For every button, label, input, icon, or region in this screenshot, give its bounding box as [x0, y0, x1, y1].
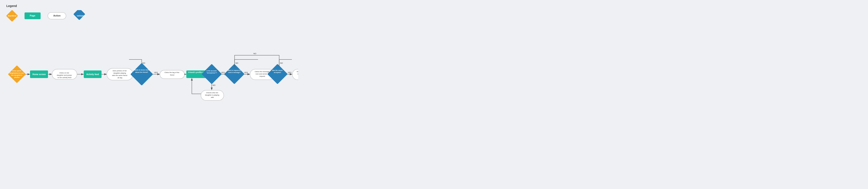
legend-item-action: Action [48, 11, 66, 20]
flowchart: NO YES NO YES NO YES [6, 30, 862, 119]
node-n5: Sees photos of her daughter playing with… [107, 68, 133, 80]
svg-text:YES: YES [154, 72, 158, 74]
svg-text:Validation: Validation [77, 15, 86, 17]
flowchart-svg: NO YES NO YES NO YES [6, 30, 298, 119]
node-n9: Is the account "anonymous"? [202, 64, 222, 84]
node-n3: Clicks on her daughter and jumps to her … [52, 69, 77, 79]
svg-text:Page: Page [30, 14, 35, 17]
svg-text:NO: NO [253, 52, 256, 54]
node-n7: Clicks the tag of the friend [160, 70, 184, 79]
legend-items: Start/End Page Action [6, 10, 862, 22]
legend-item-start-end: Start/End [6, 10, 18, 22]
legend-title: Legend [6, 4, 862, 8]
svg-rect-56 [267, 64, 288, 84]
node-n11: Want to request to send a message? [224, 64, 245, 84]
node-n14: Sends a message to see if they want to s… [292, 69, 298, 80]
svg-rect-52 [224, 64, 245, 84]
legend-item-page: Page [24, 11, 41, 20]
svg-text:NO: NO [236, 62, 238, 64]
main-page: Legend Start/End Page Action [0, 0, 868, 123]
svg-text:YES: YES [221, 72, 225, 74]
svg-text:YES: YES [288, 72, 291, 74]
svg-text:Start/End: Start/End [8, 15, 16, 17]
legend-diamond-gold-icon: Start/End [6, 10, 18, 22]
legend-diamond-blue-icon: Validation [73, 10, 90, 22]
legend-oval-white-icon: Action [48, 11, 66, 20]
svg-text:NO: NO [213, 84, 216, 86]
legend-rect-teal-icon: Page [24, 11, 41, 20]
node-n6: Wants to know more about the friend? [130, 63, 153, 85]
svg-rect-42 [130, 63, 153, 85]
svg-text:NO: NO [142, 62, 145, 64]
node-n1: Anna opens Brightwheel to see her daught… [8, 65, 26, 83]
svg-text:Activity feed: Activity feed [86, 73, 99, 76]
svg-text:Action: Action [53, 14, 61, 17]
node-n13: Was the rueest accepted? [267, 64, 288, 84]
node-n10: Checks who her daughter is playing with [201, 90, 224, 101]
legend-item-validation: Validation [73, 10, 90, 22]
svg-text:Home screen: Home screen [33, 73, 46, 76]
node-n2: Home screen [30, 70, 48, 78]
svg-text:NO: NO [280, 62, 283, 64]
node-n4: Activity feed [84, 70, 101, 78]
svg-text:YES: YES [244, 72, 248, 74]
svg-rect-48 [202, 64, 222, 84]
legend-section: Legend Start/End Page Action [6, 4, 862, 22]
